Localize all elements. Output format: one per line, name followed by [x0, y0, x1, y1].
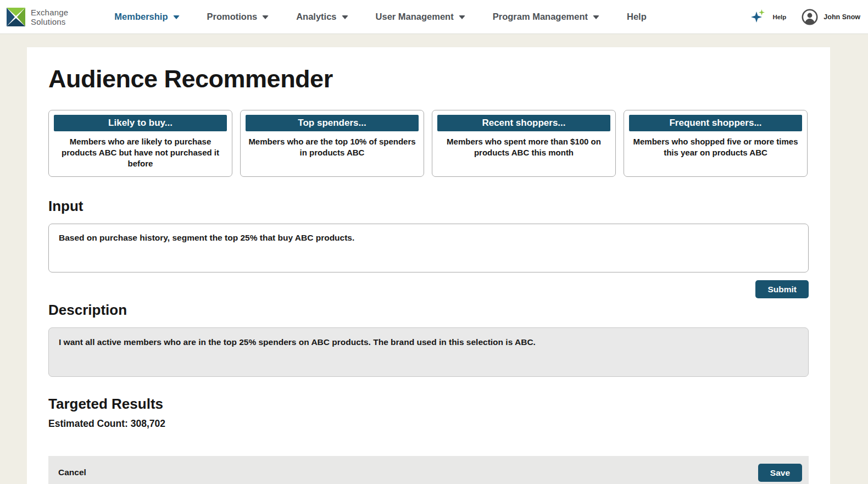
- description-readonly-box: I want all active members who are in the…: [48, 327, 809, 377]
- save-button[interactable]: Save: [758, 464, 802, 482]
- targeted-results-heading: Targeted Results: [48, 396, 809, 413]
- assistant-help-label: Help: [772, 14, 786, 20]
- nav-item-analytics[interactable]: Analytics: [296, 12, 348, 22]
- chevron-down-icon: [593, 15, 599, 19]
- page-title: Audience Recommender: [48, 65, 809, 93]
- suggestion-card-title: Frequent shoppers...: [629, 115, 802, 131]
- suggestion-card-top-spenders[interactable]: Top spenders... Members who are the top …: [240, 110, 424, 177]
- brand-name: Exchange Solutions: [31, 8, 68, 26]
- nav-item-program-management[interactable]: Program Management: [493, 12, 599, 22]
- assistant-help-button[interactable]: Help: [749, 8, 786, 26]
- nav-item-promotions[interactable]: Promotions: [207, 12, 269, 22]
- audience-recommender-panel: Audience Recommender Likely to buy... Me…: [27, 47, 830, 484]
- chevron-down-icon: [262, 15, 269, 19]
- suggestion-card-title: Top spenders...: [246, 115, 419, 131]
- exchange-solutions-logo-icon: [5, 7, 26, 27]
- submit-button[interactable]: Submit: [755, 280, 809, 298]
- main-menu: Membership Promotions Analytics User Man…: [114, 12, 646, 22]
- user-menu[interactable]: John Snow: [802, 9, 860, 25]
- audience-input-textarea[interactable]: Based on purchase history, segment the t…: [48, 224, 809, 272]
- suggestion-card-frequent-shoppers[interactable]: Frequent shoppers... Members who shopped…: [624, 110, 808, 177]
- avatar: [802, 9, 818, 25]
- user-name: John Snow: [824, 13, 860, 21]
- nav-item-membership[interactable]: Membership: [114, 12, 179, 22]
- suggestion-card-likely-to-buy[interactable]: Likely to buy... Members who are likely …: [48, 110, 232, 177]
- suggestion-card-description: Members who shopped five or more times t…: [629, 136, 802, 158]
- input-section-heading: Input: [48, 198, 809, 215]
- sparkle-icon: [749, 8, 767, 26]
- suggestion-card-title: Recent shoppers...: [437, 115, 610, 131]
- estimated-count: Estimated Count: 308,702: [48, 418, 809, 430]
- nav-item-help[interactable]: Help: [627, 12, 647, 22]
- suggestion-card-recent-shoppers[interactable]: Recent shoppers... Members who spent mor…: [432, 110, 616, 177]
- suggestion-card-description: Members who are the top 10% of spenders …: [246, 136, 419, 158]
- description-section-heading: Description: [48, 302, 809, 319]
- footer-action-bar: Cancel Save: [48, 456, 809, 484]
- chevron-down-icon: [342, 15, 348, 19]
- top-navigation-bar: Exchange Solutions Membership Promotions…: [0, 0, 868, 34]
- suggestion-card-description: Members who spent more than $100 on prod…: [437, 136, 610, 158]
- cancel-button[interactable]: Cancel: [58, 468, 86, 477]
- nav-right-group: Help John Snow: [749, 8, 860, 26]
- chevron-down-icon: [459, 15, 465, 19]
- brand-logo[interactable]: Exchange Solutions: [5, 7, 68, 27]
- suggestion-cards-row: Likely to buy... Members who are likely …: [48, 110, 809, 177]
- suggestion-card-title: Likely to buy...: [54, 115, 227, 131]
- nav-item-user-management[interactable]: User Management: [376, 12, 465, 22]
- page-background: Audience Recommender Likely to buy... Me…: [0, 34, 868, 484]
- chevron-down-icon: [173, 15, 180, 19]
- submit-row: Submit: [48, 280, 809, 298]
- suggestion-card-description: Members who are likely to purchase produ…: [54, 136, 227, 169]
